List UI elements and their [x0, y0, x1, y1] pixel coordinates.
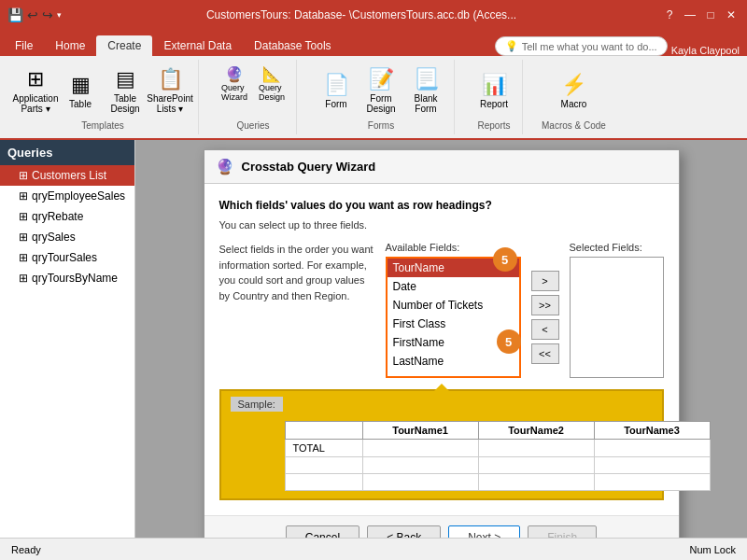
sample-col-2: TourName2	[478, 422, 594, 440]
sample-table-wrapper: TourName1 TourName2 TourName3 TOTAL	[229, 421, 655, 491]
sample-arrow	[432, 384, 451, 393]
dialog-overlay: 5 5 🔮 Crosstab Query Wizard Which fields…	[135, 140, 747, 538]
sample-label: Sample:	[231, 397, 283, 412]
move-all-right-button[interactable]: >>	[531, 295, 559, 315]
form-button[interactable]: 📄 Form	[316, 63, 357, 118]
sample-row-total: TOTAL	[285, 440, 710, 457]
sidebar-item-customers-list[interactable]: ⊞ Customers List	[0, 165, 134, 186]
tab-external-data[interactable]: External Data	[152, 35, 243, 56]
tab-file[interactable]: File	[4, 35, 44, 56]
sample-data-2	[478, 440, 594, 457]
query-wizard-icon: 🔮	[225, 65, 244, 83]
sample-col-1: TourName1	[362, 422, 478, 440]
close-button[interactable]: ✕	[723, 7, 740, 23]
form-design-button[interactable]: 📝 FormDesign	[360, 63, 402, 118]
reports-section-label: Reports	[477, 120, 510, 131]
blank-form-icon: 📃	[414, 67, 439, 91]
user-name: Kayla Claypool	[671, 45, 740, 56]
query-icon-rebate: ⊞	[19, 210, 28, 223]
table-design-icon: ▤	[116, 67, 135, 91]
redo-icon[interactable]: ↪	[42, 7, 53, 22]
sample-data-1	[362, 440, 478, 457]
help-button[interactable]: ?	[661, 7, 678, 23]
move-all-left-button[interactable]: <<	[531, 343, 559, 364]
next-button[interactable]: Next >	[448, 525, 520, 538]
cancel-button[interactable]: Cancel	[286, 525, 359, 538]
table-design-label: TableDesign	[110, 93, 139, 114]
query-design-button[interactable]: 📐 QueryDesign	[255, 63, 289, 104]
sidebar-item-tours-by-name[interactable]: ⊞ qryToursByName	[0, 268, 134, 288]
field-item-lastname[interactable]: LastName	[388, 352, 519, 371]
undo-icon[interactable]: ↩	[27, 7, 38, 22]
sidebar-item-employee-sales[interactable]: ⊞ qryEmployeeSales	[0, 186, 134, 206]
sidebar-item-sales[interactable]: ⊞ qrySales	[0, 227, 134, 247]
table-design-button[interactable]: ▤ TableDesign	[105, 63, 146, 118]
sample-row-2	[285, 457, 710, 474]
sidebar-item-rebate[interactable]: ⊞ qryRebate	[0, 206, 134, 227]
dialog-hint: You can select up to three fields.	[219, 219, 664, 231]
step-badge-description: 5	[497, 329, 521, 354]
macro-label: Macro	[561, 99, 587, 109]
query-wizard-button[interactable]: 🔮 QueryWizard	[218, 63, 251, 104]
ribbon-section-queries: 🔮 QueryWizard 📐 QueryDesign Queries	[210, 60, 297, 134]
query-icon-customers: ⊞	[19, 169, 28, 182]
tab-home[interactable]: Home	[44, 35, 96, 56]
move-right-button[interactable]: >	[531, 271, 559, 291]
field-item-tickets[interactable]: Number of Tickets	[388, 296, 519, 315]
sharepoint-icon: 📋	[158, 67, 183, 91]
tab-create[interactable]: Create	[96, 35, 152, 56]
field-item-firstclass[interactable]: First Class	[388, 315, 519, 333]
content-area: 5 5 🔮 Crosstab Query Wizard Which fields…	[135, 140, 747, 538]
dialog-description: Select fields in the order you want info…	[219, 242, 378, 303]
back-button[interactable]: < Back	[367, 525, 441, 538]
macros-section-label: Macros & Code	[542, 120, 606, 131]
templates-section-label: Templates	[81, 120, 124, 131]
query-icon-tour-sales: ⊞	[19, 251, 28, 264]
sidebar-item-tour-sales[interactable]: ⊞ qryTourSales	[0, 247, 134, 268]
ribbon-section-macros: ⚡ Macro Macros & Code	[534, 60, 613, 134]
field-item-date[interactable]: Date	[388, 277, 519, 296]
form-design-icon: 📝	[369, 67, 394, 91]
lightbulb-icon: 💡	[505, 40, 518, 52]
query-icon-tours-by-name: ⊞	[19, 272, 28, 285]
application-parts-icon: ⊞	[27, 67, 44, 91]
selected-fields-list[interactable]	[570, 257, 664, 378]
sample-col-3: TourName3	[594, 422, 710, 440]
window-controls: ? — □ ✕	[661, 7, 740, 23]
application-parts-button[interactable]: ⊞ ApplicationParts ▾	[15, 63, 56, 118]
sample-data-3	[594, 440, 710, 457]
selected-fields-panel: Selected Fields:	[570, 242, 664, 378]
status-bar: Ready Num Lock	[0, 538, 747, 560]
sharepoint-label: SharePointLists ▾	[147, 93, 192, 114]
title-bar: 💾 ↩ ↪ ▾ CustomersTours: Database- \Custo…	[0, 0, 747, 30]
dialog-description-panel: Select fields in the order you want info…	[219, 242, 378, 378]
tell-me-input[interactable]: 💡 Tell me what you want to do...	[495, 36, 668, 56]
macro-button[interactable]: ⚡ Macro	[553, 63, 594, 118]
maximize-button[interactable]: □	[702, 7, 719, 23]
ribbon-tabs: File Home Create External Data Database …	[0, 30, 747, 56]
macro-icon: ⚡	[561, 73, 586, 97]
queries-section-label: Queries	[236, 120, 269, 131]
table-button[interactable]: ▦ Table	[60, 63, 101, 118]
quick-access: 💾 ↩ ↪ ▾	[7, 7, 62, 22]
arrow-buttons-panel: > >> < <<	[529, 257, 562, 378]
report-button[interactable]: 📊 Report	[473, 63, 514, 118]
minimize-button[interactable]: —	[682, 7, 698, 23]
blank-form-button[interactable]: 📃 BlankForm	[405, 63, 446, 118]
table-icon: ▦	[71, 73, 91, 97]
sample-row-3	[285, 474, 710, 491]
move-left-button[interactable]: <	[531, 319, 559, 340]
available-fields-list[interactable]: TourName Date Number of Tickets First Cl…	[386, 257, 521, 378]
status-left: Ready	[11, 544, 41, 555]
query-icon-sales: ⊞	[19, 231, 28, 244]
sharepoint-lists-button[interactable]: 📋 SharePointLists ▾	[149, 63, 190, 118]
table-label: Table	[69, 99, 92, 109]
ribbon-section-templates: ⊞ ApplicationParts ▾ ▦ Table ▤ TableDesi…	[7, 60, 199, 134]
sidebar-header: Queries	[0, 140, 134, 165]
tab-database-tools[interactable]: Database Tools	[243, 35, 343, 56]
app-icon: 💾	[7, 7, 23, 22]
sample-section: Sample: TourName1 TourName2 TourName3	[219, 389, 664, 500]
finish-button[interactable]: Finish	[528, 525, 597, 538]
step-badge-available: 5	[493, 247, 517, 272]
dialog-wrap: 5 5 🔮 Crosstab Query Wizard Which fields…	[204, 149, 680, 538]
